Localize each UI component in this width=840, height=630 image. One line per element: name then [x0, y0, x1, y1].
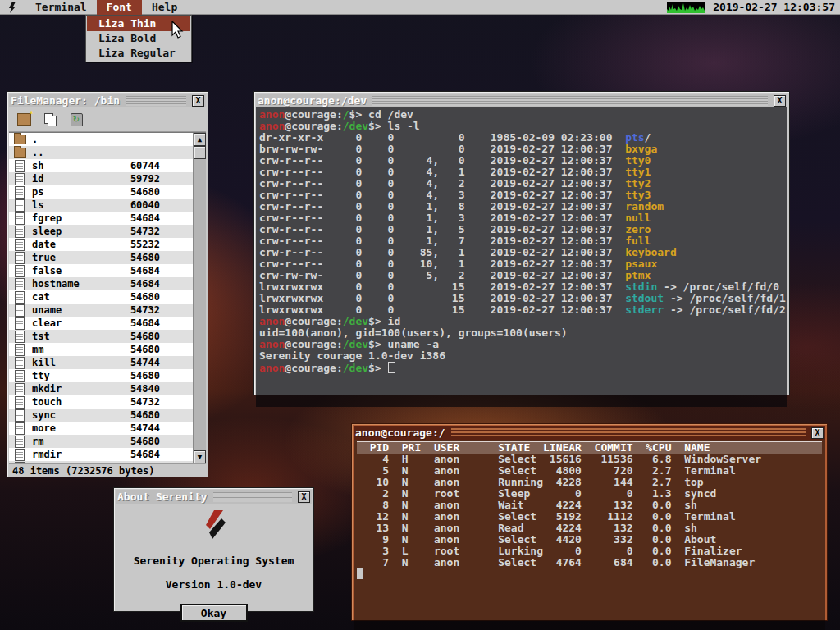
file-row[interactable]: true54680 [9, 251, 193, 264]
okay-button[interactable]: Okay [180, 604, 248, 622]
file-name: fgrep [32, 212, 112, 224]
file-name: sleep [32, 226, 112, 237]
file-row[interactable]: fgrep54684 [9, 212, 193, 225]
menubar-item-help[interactable]: Help [142, 0, 187, 15]
scroll-up-icon[interactable]: ▲ [194, 133, 206, 146]
file-row[interactable]: . [9, 133, 193, 146]
process-table-header: PID PRI USER STATE LINEAR COMMIT %CPU NA… [357, 441, 822, 454]
file-size: 54684 [112, 449, 160, 460]
close-icon[interactable]: X [774, 95, 786, 107]
file-row[interactable]: rmdir54684 [9, 448, 193, 461]
file-size: 54732 [112, 226, 160, 237]
file-row[interactable]: ls60040 [9, 199, 193, 212]
file-list-area: ...sh60744id59792ps54680ls60040fgrep5468… [9, 132, 206, 463]
file-row[interactable]: uname54732 [9, 304, 193, 317]
process-row: 2 N root Sleep 0 0 1.3 syncd [357, 488, 822, 500]
process-row: 12 N anon Select 5192 1112 0.0 Terminal [357, 511, 822, 523]
file-row[interactable]: sleep54732 [9, 225, 193, 238]
terminal-top-window: anon@courage:/ X PID PRI USER STATE LINE… [351, 423, 828, 621]
file-row[interactable]: clear54684 [9, 317, 193, 330]
file-size: 54680 [112, 370, 160, 381]
file-size: 54680 [112, 252, 160, 263]
close-icon[interactable]: X [811, 427, 824, 439]
file-size: 54732 [112, 304, 160, 316]
scroll-thumb[interactable] [194, 146, 206, 159]
file-name: date [32, 239, 112, 250]
file-size: 54680 [112, 436, 160, 447]
about-line2: Version 1.0-dev [116, 578, 312, 591]
file-row[interactable]: id59792 [9, 172, 193, 185]
process-row: 9 N anon Select 4420 332 0.0 About [357, 534, 822, 546]
terminal-line: crw-r--r-- 0 0 10, 1 2019-02-27 12:00:37… [259, 258, 784, 270]
folder-icon [14, 135, 26, 144]
file-row[interactable]: hostname54684 [9, 277, 193, 290]
mouse-cursor [171, 21, 184, 39]
file-row[interactable]: date55232 [9, 238, 193, 251]
file-name: sync [32, 409, 112, 421]
terminal-top-titlebar[interactable]: anon@courage:/ X [354, 426, 825, 440]
file-row[interactable]: kill54744 [9, 356, 193, 369]
file-size: 59792 [112, 173, 160, 185]
copy-icon[interactable] [40, 111, 60, 129]
file-icon [15, 357, 25, 369]
file-size: 54680 [112, 331, 160, 342]
process-row: 8 N anon Wait 4224 132 0.0 sh [357, 500, 822, 511]
file-name: false [32, 265, 112, 276]
file-row[interactable]: false54684 [9, 264, 193, 277]
file-name: ps [32, 186, 112, 198]
file-row[interactable]: ps54680 [9, 185, 193, 199]
file-name: tst [32, 331, 112, 342]
about-body: Serenity Operating System Version 1.0-de… [116, 504, 312, 609]
new-folder-icon[interactable]: * [14, 111, 34, 129]
terminal-line: lrwxrwxrwx 0 0 15 2019-02-27 12:00:37 st… [259, 304, 784, 316]
menubar-item-font[interactable]: Font [97, 0, 142, 15]
file-icon [15, 304, 25, 317]
terminal-line: crw-r--r-- 0 0 4, 1 2019-02-27 12:00:37 … [259, 167, 784, 178]
terminal-line: crw-r--r-- 0 0 1, 7 2019-02-27 12:00:37 … [259, 235, 784, 247]
file-name: sh [32, 160, 112, 171]
file-row[interactable]: tty54680 [9, 369, 193, 382]
terminal-dev-screen[interactable]: anon@courage:/$> cd /devanon@courage:/de… [256, 107, 788, 407]
file-name: rmdir [32, 449, 112, 460]
file-row[interactable]: touch54732 [9, 395, 193, 409]
file-name: .. [32, 147, 112, 158]
about-titlebar[interactable]: About Serenity X [116, 490, 312, 504]
scroll-down-icon[interactable]: ▼ [194, 450, 206, 463]
file-name: rm [32, 436, 112, 447]
file-icon [15, 239, 25, 251]
file-name: clear [32, 317, 112, 329]
file-row[interactable]: more54744 [9, 422, 193, 435]
file-row[interactable]: sync54680 [9, 409, 193, 422]
file-icon [15, 422, 25, 435]
terminal-dev-titlebar[interactable]: anon@courage:/dev X [256, 94, 788, 107]
terminal-line: lrwxrwxrwx 0 0 15 2019-02-27 12:00:37 st… [259, 281, 784, 293]
file-row[interactable]: tst54680 [9, 330, 193, 343]
file-size: 54680 [112, 409, 160, 421]
filemanager-titlebar[interactable]: FileManager: /bin X [9, 94, 206, 107]
file-row[interactable]: .. [9, 146, 193, 159]
bolt-icon[interactable] [0, 2, 25, 13]
file-list: ...sh60744id59792ps54680ls60040fgrep5468… [9, 133, 193, 463]
menu-item-liza-regular[interactable]: Liza Regular [87, 46, 190, 61]
scrollbar[interactable]: ▲ ▼ [193, 133, 206, 463]
terminal-top-screen[interactable]: PID PRI USER STATE LINEAR COMMIT %CPU NA… [354, 440, 825, 630]
terminal-line: crw-r--r-- 0 0 4, 0 2019-02-27 12:00:37 … [259, 155, 784, 167]
file-row[interactable]: mkdir54840 [9, 382, 193, 395]
file-name: more [32, 422, 112, 434]
about-window: About Serenity X Serenity Operating Syst… [113, 487, 314, 612]
terminal-line: uid=100(anon), gid=100(users), groups=10… [259, 327, 784, 339]
file-size: 54684 [112, 317, 160, 329]
file-row[interactable]: mm54680 [9, 343, 193, 356]
file-name: . [32, 134, 112, 145]
close-icon[interactable]: X [192, 95, 204, 107]
menubar-item-terminal[interactable]: Terminal [25, 0, 97, 15]
trash-icon[interactable]: ↻ [66, 111, 86, 129]
file-row[interactable]: sh60744 [9, 159, 193, 172]
file-row[interactable]: cat54680 [9, 290, 193, 304]
file-row[interactable]: rm54680 [9, 435, 193, 448]
file-row[interactable] [9, 461, 193, 463]
menu-bar: TerminalFontHelp 2019-02-27 12:03:57 [0, 0, 840, 15]
file-size: 54680 [112, 344, 160, 355]
file-name: mm [32, 344, 112, 355]
close-icon[interactable]: X [298, 491, 310, 503]
